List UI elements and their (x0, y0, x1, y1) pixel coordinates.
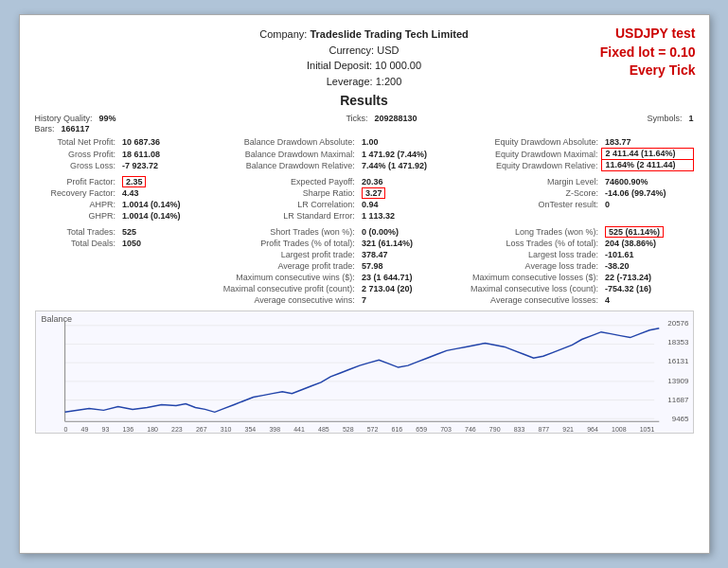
ticks-label: Ticks: (346, 114, 367, 123)
long-trades-label: Long Trades (won %): (443, 226, 602, 238)
stats-table: Total Net Profit: 10 687.36 Balance Draw… (35, 136, 694, 306)
chart-x-labels: 0 49 93 136 180 223 267 310 354 398 441 … (64, 426, 655, 433)
profit-trades-value: 321 (61.14%) (359, 238, 443, 249)
every-tick-label: Every Tick (600, 62, 696, 80)
history-quality: History Quality: 99% (35, 114, 116, 123)
max-consec-profit-value: 2 713.04 (20) (359, 283, 443, 294)
avg-consec-wins-value: 7 (359, 294, 443, 306)
net-profit-label: Total Net Profit: (35, 136, 119, 149)
usdjpy-test-label: USDJPY test (600, 25, 696, 44)
margin-level-value: 74600.90% (602, 176, 693, 187)
bal-draw-rel-value: 7.44% (1 471.92) (359, 160, 443, 171)
short-trades-value: 0 (0.00%) (359, 226, 443, 238)
avg-consec-losses-value: 4 (602, 294, 693, 306)
profit-factor-label: Profit Factor: (35, 176, 119, 187)
total-deals-label: Total Deals: (35, 238, 119, 249)
sharpe-value: 3.27 (359, 187, 443, 199)
symbols-group: Symbols: 1 (647, 114, 693, 123)
max-consec-losses-value: 22 (-713.24) (602, 272, 693, 283)
zscore-label: Z-Score: (443, 187, 602, 199)
gross-profit-label: Gross Profit: (35, 149, 119, 160)
largest-loss-value: -101.61 (602, 249, 693, 260)
eq-draw-abs-value: 183.77 (602, 136, 693, 149)
deposit-value: 10 000.00 (375, 60, 421, 71)
symbols-value: 1 (688, 114, 693, 123)
top-right-label: USDJPY test Fixed lot = 0.10 Every Tick (600, 25, 696, 80)
max-consec-profit-label: Maximal consecutive profit (count): (195, 283, 359, 294)
results-title: Results (35, 93, 694, 108)
ticks-group: Ticks: 209288130 (346, 114, 417, 123)
expected-payoff-value: 20.36 (359, 176, 443, 187)
max-consec-loss-count-label: Maximal consecutive loss (count): (443, 283, 602, 294)
net-profit-value: 10 687.36 (119, 136, 195, 149)
row-recovery: Recovery Factor: 4.43 Sharpe Ratio: 3.27… (35, 187, 694, 199)
max-consec-wins-value: 23 (1 644.71) (359, 272, 443, 283)
expected-payoff-label: Expected Payoff: (195, 176, 359, 187)
eq-draw-max-label: Equity Drawdown Maximal: (443, 149, 602, 160)
ghpr-label: GHPR: (35, 210, 119, 222)
total-trades-value: 525 (119, 226, 195, 238)
avg-loss-value: -38.20 (602, 260, 693, 272)
net-profit-box: 10 687.36 (122, 137, 160, 147)
bal-draw-max-label: Balance Drawdown Maximal: (195, 149, 359, 160)
row-total-trades: Total Trades: 525 Short Trades (won %): … (35, 226, 694, 238)
quality-bars-row: History Quality: 99% Ticks: 209288130 Sy… (35, 114, 694, 123)
lr-std-value: 1 113.32 (359, 210, 443, 222)
chart-svg (36, 311, 693, 433)
largest-profit-label: Largest profit trade: (195, 249, 359, 260)
bal-draw-abs-value: 1.00 (359, 136, 443, 149)
gross-loss-label: Gross Loss: (35, 160, 119, 171)
fixed-lot-label: Fixed lot = 0.10 (600, 44, 696, 62)
avg-consec-wins-label: Average consecutive wins: (195, 294, 359, 306)
quality-label: History Quality: (35, 114, 93, 123)
ghpr-value: 1.0014 (0.14%) (119, 210, 195, 222)
max-consec-losses-label: Maximum consecutive losses ($): (443, 272, 602, 283)
profit-factor-value: 2.35 (119, 176, 195, 187)
row-total-deals: Total Deals: 1050 Profit Trades (% of to… (35, 238, 694, 249)
row-gross-loss: Gross Loss: -7 923.72 Balance Drawdown R… (35, 160, 694, 171)
bars-value: 166117 (62, 124, 90, 133)
long-trades-box: 525 (61.14%) (605, 226, 664, 238)
loss-trades-value: 204 (38.86%) (602, 238, 693, 249)
row-gross-profit: Gross Profit: 18 611.08 Balance Drawdown… (35, 149, 694, 160)
row-net-profit: Total Net Profit: 10 687.36 Balance Draw… (35, 136, 694, 149)
profit-trades-label: Profit Trades (% of total): (195, 238, 359, 249)
margin-level-label: Margin Level: (443, 176, 602, 187)
avg-profit-value: 57.98 (359, 260, 443, 272)
long-trades-value: 525 (61.14%) (602, 226, 693, 238)
avg-consec-losses-label: Average consecutive losses: (443, 294, 602, 306)
gross-profit-value: 18 611.08 (119, 149, 195, 160)
on-tester-label: OnTester result: (443, 199, 602, 210)
max-consec-loss-count-value: -754.32 (16) (602, 283, 693, 294)
company-name: Tradeslide Trading Tech Limited (310, 28, 468, 40)
row-profit-factor: Profit Factor: 2.35 Expected Payoff: 20.… (35, 176, 694, 187)
total-trades-label: Total Trades: (35, 226, 119, 238)
eq-draw-max-value: 2 411.44 (11.64%) (602, 149, 693, 160)
row-maximal-consec: Maximal consecutive profit (count): 2 71… (35, 283, 694, 294)
leverage-row: Leverage: 1:200 (35, 74, 694, 90)
balance-chart: Balance 20576 18353 16131 13909 11687 94… (35, 311, 694, 434)
row-ghpr: GHPR: 1.0014 (0.14%) LR Standard Error: … (35, 210, 694, 222)
bars-group: Bars: 166117 (35, 124, 90, 133)
quality-value: 99% (99, 114, 116, 123)
eq-draw-rel-label: Equity Drawdown Relative: (443, 160, 602, 171)
currency-row: Currency: USD (35, 43, 694, 59)
header-info: Company: Tradeslide Trading Tech Limited… (35, 27, 694, 89)
bal-draw-max-value: 1 471.92 (7.44%) (359, 149, 443, 160)
total-deals-value: 1050 (119, 238, 195, 249)
avg-profit-label: Average profit trade: (195, 260, 359, 272)
recovery-label: Recovery Factor: (35, 187, 119, 199)
ahpr-label: AHPR: (35, 199, 119, 210)
short-trades-label: Short Trades (won %): (195, 226, 359, 238)
row-largest: Largest profit trade: 378.47 Largest los… (35, 249, 694, 260)
leverage-value: 1:200 (376, 76, 402, 87)
row-max-consec: Maximum consecutive wins ($): 23 (1 644.… (35, 272, 694, 283)
avg-loss-label: Average loss trade: (443, 260, 602, 272)
bars-label: Bars: (35, 124, 55, 133)
ticks-value: 209288130 (375, 114, 417, 123)
currency-value: USD (377, 44, 399, 56)
max-consec-wins-label: Maximum consecutive wins ($): (195, 272, 359, 283)
lr-corr-value: 0.94 (359, 199, 443, 210)
main-card: USDJPY test Fixed lot = 0.10 Every Tick … (19, 14, 710, 554)
lr-corr-label: LR Correlation: (195, 199, 359, 210)
